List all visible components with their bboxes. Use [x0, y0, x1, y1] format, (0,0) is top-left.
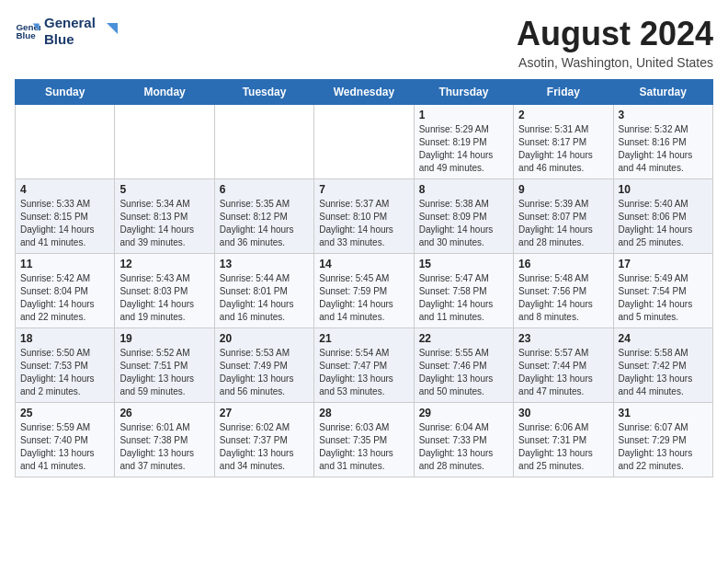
- day-detail: Sunrise: 5:44 AMSunset: 8:01 PMDaylight:…: [220, 272, 309, 324]
- day-detail: Sunrise: 5:31 AMSunset: 8:17 PMDaylight:…: [518, 123, 608, 175]
- calendar-cell: 15Sunrise: 5:47 AMSunset: 7:58 PMDayligh…: [414, 254, 513, 328]
- calendar-cell: 24Sunrise: 5:58 AMSunset: 7:42 PMDayligh…: [613, 328, 712, 403]
- day-header-saturday: Saturday: [613, 80, 712, 105]
- day-number: 21: [319, 332, 408, 345]
- day-number: 8: [419, 183, 508, 196]
- day-number: 14: [319, 258, 408, 270]
- calendar-cell: 3Sunrise: 5:32 AMSunset: 8:16 PMDaylight…: [613, 105, 712, 179]
- day-detail: Sunrise: 5:33 AMSunset: 8:15 PMDaylight:…: [20, 198, 109, 249]
- day-detail: Sunrise: 5:52 AMSunset: 7:51 PMDaylight:…: [119, 347, 209, 398]
- calendar-cell: 26Sunrise: 6:01 AMSunset: 7:38 PMDayligh…: [115, 403, 214, 477]
- calendar-cell: 1Sunrise: 5:29 AMSunset: 8:19 PMDaylight…: [414, 105, 513, 179]
- day-number: 7: [319, 183, 408, 196]
- calendar-cell: 19Sunrise: 5:52 AMSunset: 7:51 PMDayligh…: [115, 328, 214, 403]
- calendar-cell: [214, 105, 313, 179]
- day-detail: Sunrise: 5:57 AMSunset: 7:44 PMDaylight:…: [518, 347, 608, 398]
- calendar-cell: 9Sunrise: 5:39 AMSunset: 8:07 PMDaylight…: [514, 179, 613, 254]
- day-number: 27: [220, 407, 309, 419]
- logo-triangle-icon: [99, 21, 119, 41]
- day-number: 31: [619, 407, 708, 419]
- day-detail: Sunrise: 5:58 AMSunset: 7:42 PMDaylight:…: [619, 347, 708, 398]
- calendar-cell: 11Sunrise: 5:42 AMSunset: 8:04 PMDayligh…: [16, 254, 115, 328]
- calendar-cell: 13Sunrise: 5:44 AMSunset: 8:01 PMDayligh…: [214, 254, 313, 328]
- day-detail: Sunrise: 5:47 AMSunset: 7:58 PMDaylight:…: [419, 272, 508, 324]
- day-number: 3: [619, 109, 708, 121]
- svg-marker-3: [107, 23, 118, 34]
- day-detail: Sunrise: 5:50 AMSunset: 7:53 PMDaylight:…: [20, 347, 109, 398]
- month-title: August 2024: [517, 15, 713, 53]
- day-detail: Sunrise: 6:06 AMSunset: 7:31 PMDaylight:…: [518, 421, 608, 473]
- calendar-cell: 28Sunrise: 6:03 AMSunset: 7:35 PMDayligh…: [314, 403, 414, 477]
- logo-general: General: [44, 15, 96, 31]
- day-number: 16: [518, 258, 608, 270]
- day-number: 9: [518, 183, 608, 196]
- day-number: 17: [619, 258, 708, 270]
- day-detail: Sunrise: 6:02 AMSunset: 7:37 PMDaylight:…: [220, 421, 309, 473]
- day-header-friday: Friday: [514, 80, 613, 105]
- svg-text:Blue: Blue: [16, 30, 36, 40]
- day-detail: Sunrise: 5:59 AMSunset: 7:40 PMDaylight:…: [20, 421, 109, 473]
- day-header-sunday: Sunday: [16, 80, 115, 105]
- calendar-cell: 23Sunrise: 5:57 AMSunset: 7:44 PMDayligh…: [514, 328, 613, 403]
- calendar-cell: 21Sunrise: 5:54 AMSunset: 7:47 PMDayligh…: [314, 328, 414, 403]
- day-number: 30: [518, 407, 608, 419]
- day-detail: Sunrise: 5:40 AMSunset: 8:06 PMDaylight:…: [619, 198, 708, 249]
- calendar-cell: [314, 105, 414, 179]
- logo-blue: Blue: [44, 31, 96, 48]
- day-header-tuesday: Tuesday: [214, 80, 313, 105]
- logo: General Blue General Blue: [15, 15, 119, 48]
- day-number: 22: [419, 332, 508, 345]
- calendar-cell: 8Sunrise: 5:38 AMSunset: 8:09 PMDaylight…: [414, 179, 513, 254]
- day-header-thursday: Thursday: [414, 80, 513, 105]
- calendar-cell: 22Sunrise: 5:55 AMSunset: 7:46 PMDayligh…: [414, 328, 513, 403]
- day-header-monday: Monday: [115, 80, 214, 105]
- day-number: 5: [119, 183, 209, 196]
- calendar-cell: 18Sunrise: 5:50 AMSunset: 7:53 PMDayligh…: [16, 328, 115, 403]
- location: Asotin, Washington, United States: [517, 55, 713, 70]
- calendar-cell: 20Sunrise: 5:53 AMSunset: 7:49 PMDayligh…: [214, 328, 313, 403]
- day-detail: Sunrise: 5:53 AMSunset: 7:49 PMDaylight:…: [220, 347, 309, 398]
- day-header-wednesday: Wednesday: [314, 80, 414, 105]
- day-detail: Sunrise: 5:39 AMSunset: 8:07 PMDaylight:…: [518, 198, 608, 249]
- day-detail: Sunrise: 5:29 AMSunset: 8:19 PMDaylight:…: [419, 123, 508, 175]
- page-header: General Blue General Blue August 2024 As…: [15, 15, 713, 70]
- day-number: 11: [20, 258, 109, 270]
- day-number: 4: [20, 183, 109, 196]
- day-detail: Sunrise: 6:07 AMSunset: 7:29 PMDaylight:…: [619, 421, 708, 473]
- day-detail: Sunrise: 5:43 AMSunset: 8:03 PMDaylight:…: [119, 272, 209, 324]
- calendar-table: SundayMondayTuesdayWednesdayThursdayFrid…: [15, 79, 713, 477]
- day-detail: Sunrise: 5:45 AMSunset: 7:59 PMDaylight:…: [319, 272, 408, 324]
- calendar-cell: [115, 105, 214, 179]
- day-detail: Sunrise: 5:49 AMSunset: 7:54 PMDaylight:…: [619, 272, 708, 324]
- calendar-cell: 27Sunrise: 6:02 AMSunset: 7:37 PMDayligh…: [214, 403, 313, 477]
- day-detail: Sunrise: 5:42 AMSunset: 8:04 PMDaylight:…: [20, 272, 109, 324]
- calendar-cell: [16, 105, 115, 179]
- calendar-cell: 30Sunrise: 6:06 AMSunset: 7:31 PMDayligh…: [514, 403, 613, 477]
- calendar-cell: 29Sunrise: 6:04 AMSunset: 7:33 PMDayligh…: [414, 403, 513, 477]
- day-number: 2: [518, 109, 608, 121]
- calendar-cell: 12Sunrise: 5:43 AMSunset: 8:03 PMDayligh…: [115, 254, 214, 328]
- day-detail: Sunrise: 5:32 AMSunset: 8:16 PMDaylight:…: [619, 123, 708, 175]
- calendar-cell: 10Sunrise: 5:40 AMSunset: 8:06 PMDayligh…: [613, 179, 712, 254]
- calendar-cell: 5Sunrise: 5:34 AMSunset: 8:13 PMDaylight…: [115, 179, 214, 254]
- day-number: 10: [619, 183, 708, 196]
- day-number: 6: [220, 183, 309, 196]
- day-detail: Sunrise: 5:55 AMSunset: 7:46 PMDaylight:…: [419, 347, 508, 398]
- title-block: August 2024 Asotin, Washington, United S…: [517, 15, 713, 70]
- day-number: 25: [20, 407, 109, 419]
- day-number: 1: [419, 109, 508, 121]
- day-number: 28: [319, 407, 408, 419]
- day-number: 26: [119, 407, 209, 419]
- day-detail: Sunrise: 6:04 AMSunset: 7:33 PMDaylight:…: [419, 421, 508, 473]
- day-detail: Sunrise: 5:38 AMSunset: 8:09 PMDaylight:…: [419, 198, 508, 249]
- day-number: 23: [518, 332, 608, 345]
- day-number: 18: [20, 332, 109, 345]
- calendar-cell: 7Sunrise: 5:37 AMSunset: 8:10 PMDaylight…: [314, 179, 414, 254]
- day-number: 20: [220, 332, 309, 345]
- day-detail: Sunrise: 5:54 AMSunset: 7:47 PMDaylight:…: [319, 347, 408, 398]
- day-number: 13: [220, 258, 309, 270]
- day-number: 24: [619, 332, 708, 345]
- calendar-cell: 17Sunrise: 5:49 AMSunset: 7:54 PMDayligh…: [613, 254, 712, 328]
- day-number: 19: [119, 332, 209, 345]
- logo-icon: General Blue: [15, 18, 40, 44]
